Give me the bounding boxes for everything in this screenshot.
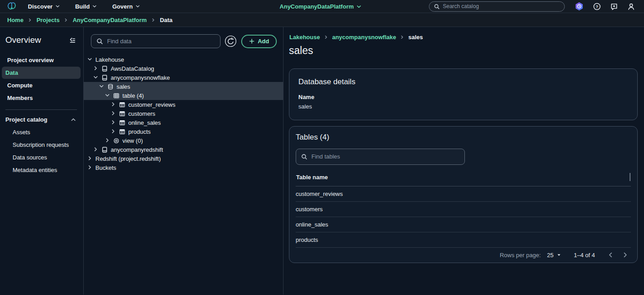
add-button[interactable]: Add <box>241 35 277 48</box>
nav-menu-discover[interactable]: Discover <box>28 3 60 10</box>
table-cell-name: customer_reviews <box>296 191 343 197</box>
find-data-search[interactable] <box>91 34 221 48</box>
catalog-search-input[interactable] <box>443 3 560 9</box>
amazon-q-icon[interactable] <box>575 2 584 11</box>
name-value: sales <box>298 103 628 110</box>
table-row-customer-reviews[interactable]: customer_reviews <box>296 186 631 202</box>
project-selector-label: AnyCompanyDataPlatform <box>279 3 354 10</box>
breadcrumb-separator <box>324 35 328 39</box>
page-title: sales <box>289 45 638 57</box>
view-icon <box>113 137 120 144</box>
previous-page-icon[interactable] <box>607 251 615 259</box>
breadcrumb-item-lakehouse[interactable]: Lakehouse <box>289 34 320 41</box>
breadcrumb-item-anycompanydataplatform[interactable]: AnyCompanyDataPlatform <box>72 17 147 23</box>
chevron-down-icon[interactable] <box>105 93 110 98</box>
find-tables-search[interactable] <box>296 149 465 165</box>
project-selector-dropdown[interactable]: AnyCompanyDataPlatform <box>279 3 361 10</box>
breadcrumb-separator <box>28 18 32 22</box>
chevron-right-icon[interactable] <box>105 138 110 143</box>
breadcrumb-item-data: Data <box>160 17 172 23</box>
tree-node-label: AwsDataCatalog <box>111 65 154 72</box>
chevron-right-icon[interactable] <box>111 120 116 125</box>
chevron-right-icon[interactable] <box>111 102 116 107</box>
tree-node-label: Lakehouse <box>95 56 124 63</box>
sidebar-item-data-sources[interactable]: Data sources <box>2 151 81 163</box>
tree-node-sales[interactable]: sales <box>84 82 283 91</box>
tree-node-customers[interactable]: customers <box>84 109 283 118</box>
chevron-right-icon[interactable] <box>87 165 93 170</box>
tree-node-label: products <box>128 128 151 135</box>
breadcrumb: HomeProjectsAnyCompanyDataPlatformData <box>0 13 644 27</box>
nav-menu-govern[interactable]: Govern <box>112 3 140 10</box>
catalog-search[interactable] <box>429 1 565 12</box>
nav-menu-label: Discover <box>28 3 53 10</box>
table-row-online-sales[interactable]: online_sales <box>296 217 631 232</box>
breadcrumb-item-projects[interactable]: Projects <box>36 17 59 23</box>
help-icon[interactable]: ? <box>593 3 601 10</box>
chevron-right-icon[interactable] <box>87 156 93 161</box>
tree-node-view-0[interactable]: view (0) <box>84 136 283 145</box>
nav-menu-build[interactable]: Build <box>75 3 97 10</box>
sidebar-item-data[interactable]: Data <box>2 67 81 79</box>
breadcrumb-separator <box>64 18 68 22</box>
table-row-products[interactable]: products <box>296 232 631 248</box>
search-icon <box>96 38 103 45</box>
chevron-down-icon <box>356 4 361 9</box>
project-catalog-header: Project catalog <box>5 116 47 123</box>
feedback-icon[interactable] <box>610 3 618 10</box>
breadcrumb-item-home[interactable]: Home <box>7 17 23 23</box>
sidebar-primary-nav: Project overviewDataComputeMembers <box>0 54 83 104</box>
data-tree: LakehouseAwsDataCataloganycompanysnowfla… <box>84 55 283 172</box>
sidebar-item-subscription-requests[interactable]: Subscription requests <box>2 139 81 151</box>
refresh-icon[interactable] <box>225 35 237 48</box>
tree-node-label: sales <box>117 83 130 90</box>
name-label: Name <box>298 94 628 100</box>
chevron-right-icon[interactable] <box>111 111 116 116</box>
user-icon[interactable] <box>627 3 635 10</box>
pagination: Rows per page: 25 1–4 of 4 <box>296 248 631 263</box>
chevron-right-icon[interactable] <box>93 147 99 152</box>
tree-node-label: table (4) <box>122 92 144 99</box>
tree-node-anycompanysnowflake[interactable]: anycompanysnowflake <box>84 73 283 82</box>
database-icon <box>107 83 114 90</box>
sidebar-section-project-catalog[interactable]: Project catalog <box>0 114 83 126</box>
chevron-down-icon[interactable] <box>93 75 99 80</box>
table-row-customers[interactable]: customers <box>296 202 631 217</box>
caret-down-icon <box>557 253 561 257</box>
table-icon <box>119 128 126 135</box>
collapse-panel-icon[interactable] <box>68 36 77 45</box>
detail-panel: Lakehouseanycompanysnowflakesales sales … <box>284 27 644 295</box>
find-tables-input[interactable] <box>311 153 459 160</box>
sidebar-item-members[interactable]: Members <box>2 92 81 104</box>
breadcrumb-item-anycompanysnowflake[interactable]: anycompanysnowflake <box>332 34 396 41</box>
tables-card: Tables (4) Table name customer_reviewscu… <box>289 126 638 263</box>
sidebar-item-metadata-entities[interactable]: Metadata entities <box>2 164 81 176</box>
sidebar-item-project-overview[interactable]: Project overview <box>2 54 81 66</box>
rows-per-page-select[interactable]: 25 <box>547 252 561 259</box>
chevron-down-icon[interactable] <box>87 57 93 62</box>
catalog-icon <box>101 146 108 153</box>
tree-node-redshift-project-redshift[interactable]: Redshift (project.redshift) <box>84 154 283 163</box>
tree-node-customer-reviews[interactable]: customer_reviews <box>84 100 283 109</box>
chevron-down-icon <box>135 4 140 9</box>
column-resize-handle[interactable] <box>630 173 630 181</box>
chevron-down-icon <box>92 4 97 9</box>
tree-node-online-sales[interactable]: online_sales <box>84 118 283 127</box>
tree-node-label: customers <box>128 110 155 117</box>
tree-node-table-4[interactable]: table (4) <box>84 91 283 100</box>
tree-node-awsdatacatalog[interactable]: AwsDataCatalog <box>84 64 283 73</box>
tree-node-buckets[interactable]: Buckets <box>84 163 283 172</box>
sidebar-item-compute[interactable]: Compute <box>2 79 81 91</box>
find-data-input[interactable] <box>107 38 215 45</box>
chevron-right-icon[interactable] <box>93 66 99 71</box>
next-page-icon[interactable] <box>621 251 629 259</box>
chevron-down-icon[interactable] <box>99 84 104 89</box>
sidebar-item-assets[interactable]: Assets <box>2 126 81 138</box>
tree-node-products[interactable]: products <box>84 127 283 136</box>
tree-node-lakehouse[interactable]: Lakehouse <box>84 55 283 64</box>
tree-node-label: Redshift (project.redshift) <box>95 155 161 162</box>
app-logo-brain-icon[interactable] <box>6 1 17 11</box>
tree-node-anycompanyredshift[interactable]: anycompanyredshift <box>84 145 283 154</box>
chevron-right-icon[interactable] <box>111 129 116 134</box>
table-icon <box>119 101 126 108</box>
